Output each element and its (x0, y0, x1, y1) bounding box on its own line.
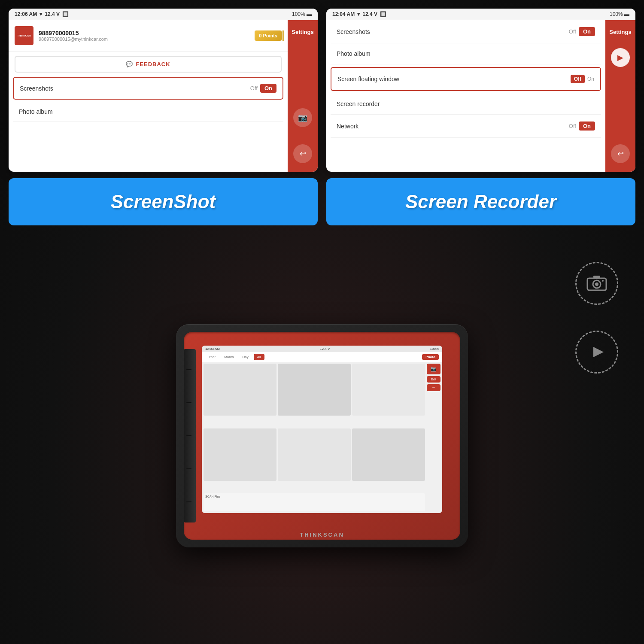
svg-point-4 (602, 280, 604, 282)
floating-on-label[interactable]: On (587, 76, 594, 82)
screenshots-toggle[interactable]: Off On (250, 84, 276, 93)
svg-rect-3 (593, 276, 600, 278)
network-toggle[interactable]: Off On (569, 122, 595, 131)
right-photo-label: Photo album (337, 50, 371, 57)
right-status-time: 12:04 AM ▾ 12.4 V 🔲 (332, 11, 386, 17)
thumb-6 (352, 428, 425, 480)
play-icon: ▶ (617, 53, 623, 62)
left-settings-sidebar: Settings 📷 ↩ (288, 20, 318, 172)
tab-all[interactable]: All (254, 354, 264, 360)
right-back-icon: ↩ (617, 149, 624, 158)
right-main: Screenshots Off On Photo album Screen fl… (326, 20, 605, 172)
screen-wifi: 12.4 V (320, 347, 330, 351)
screen-recorder-label: Screen Recorder (405, 191, 556, 213)
screen-camera-btn[interactable]: 📷 (427, 364, 440, 374)
left-time: 12:06 AM (15, 11, 37, 17)
user-id: 988970000015 (39, 30, 249, 36)
device-section: 12:03 AM 12.4 V 100% Year Month Day All … (0, 228, 644, 644)
camera-svg (586, 275, 607, 292)
feedback-icon: 💬 (126, 61, 133, 67)
user-email: 988970000015@mythinkcar.com (39, 36, 249, 42)
svg-marker-5 (593, 347, 604, 357)
thumb-4 (204, 428, 276, 480)
floating-window-toggle[interactable]: Off On (571, 75, 594, 83)
network-label: Network (337, 123, 358, 130)
svg-point-2 (595, 283, 598, 286)
thumb-3 (352, 364, 425, 416)
thumb-5 (278, 428, 351, 480)
right-signal-icon: 12.4 V (362, 11, 377, 17)
feedback-label: FEEDBACK (136, 61, 170, 67)
right-battery-icon: 🔲 (380, 11, 386, 17)
tab-day[interactable]: Day (239, 354, 252, 360)
device-brand: THINKSCAN (300, 532, 344, 538)
screen-side-buttons: 📷 Edit ↩ (427, 364, 440, 511)
left-status-bar: 12:06 AM ▾ 12.4 V 🔲 100% ▬ (9, 9, 318, 20)
right-wifi-icon: ▾ (357, 11, 360, 17)
profile-section: THINKCAR 988970000015 988970000015@mythi… (9, 20, 288, 52)
network-on-label[interactable]: On (579, 122, 595, 131)
right-settings-sidebar: Settings ▶ ↩ (605, 20, 635, 172)
floating-window-label: Screen floating window (337, 76, 399, 82)
screen-back-btn[interactable]: ↩ (427, 384, 440, 391)
play-feature-icon (575, 331, 618, 374)
photo-album-label: Photo album (19, 108, 53, 115)
camera-sidebar-button[interactable]: 📷 (293, 108, 312, 127)
left-battery: 100% ▬ (292, 11, 312, 17)
profile-info: 988970000015 988970000015@mythinkcar.com (39, 30, 249, 42)
screenshots-row-highlighted[interactable]: Screenshots Off On (13, 77, 283, 100)
screen-inner: 12:03 AM 12.4 V 100% Year Month Day All … (202, 346, 442, 513)
left-phone-panel: 12:06 AM ▾ 12.4 V 🔲 100% ▬ THINKCAR 9889… (9, 9, 318, 172)
right-feature-icons (575, 262, 618, 374)
screen-edit-btn[interactable]: Edit (427, 376, 440, 383)
right-status-bar: 12:04 AM ▾ 12.4 V 🔲 100% ▬ (326, 9, 635, 20)
right-photo-album-row[interactable]: Photo album (331, 43, 601, 64)
screenshot-label-box: ScreenShot (9, 178, 318, 225)
screen-toolbar: Year Month Day All Photo (202, 352, 442, 362)
thinkcar-logo: THINKCAR (15, 26, 33, 45)
feedback-button[interactable]: 💬 FEEDBACK (15, 56, 282, 73)
thumb-2 (278, 364, 351, 416)
screen-recorder-row[interactable]: Screen recorder (331, 94, 601, 115)
screen-recorder-label: Screen recorder (337, 100, 380, 107)
grip-lines (186, 353, 191, 518)
signal-icon: 12.4 V (45, 11, 60, 17)
left-main: THINKCAR 988970000015 988970000015@mythi… (9, 20, 288, 172)
network-off-label: Off (569, 123, 576, 129)
play-svg (588, 343, 605, 361)
right-battery-fill: ▬ (624, 11, 629, 17)
screen-app-bar: SCAN Plus (204, 493, 425, 511)
photo-tab[interactable]: Photo (422, 354, 439, 360)
photo-album-row[interactable]: Photo album (13, 102, 283, 122)
right-battery: 100% ▬ (610, 11, 629, 17)
right-toggle-on[interactable]: On (579, 27, 595, 36)
back-icon: ↩ (300, 149, 306, 158)
screen-time: 12:03 AM (205, 347, 220, 351)
tab-year[interactable]: Year (205, 354, 219, 360)
tab-month[interactable]: Month (221, 354, 237, 360)
right-sidebar-title: Settings (609, 24, 631, 39)
points-badge: 0 Points (255, 30, 282, 41)
right-screenshots-toggle[interactable]: Off On (569, 27, 595, 36)
screen-thumbnails: SCAN Plus (204, 364, 425, 511)
wifi-icon: ▾ (39, 11, 42, 17)
right-content: Screenshots Off On Photo album Screen fl… (326, 20, 635, 172)
screen-battery: 100% (430, 347, 439, 351)
battery-icon: 🔲 (62, 11, 69, 17)
device-wrapper: 12:03 AM 12.4 V 100% Year Month Day All … (176, 324, 468, 547)
toggle-off-label: Off (250, 85, 258, 91)
play-button[interactable]: ▶ (611, 48, 630, 67)
screenshot-label: ScreenShot (111, 191, 216, 213)
labels-section: ScreenShot Screen Recorder (9, 178, 635, 225)
back-sidebar-button[interactable]: ↩ (293, 144, 312, 163)
right-time: 12:04 AM (332, 11, 355, 17)
camera-feature-icon (575, 262, 618, 305)
right-screenshots-label: Screenshots (337, 28, 370, 35)
screen-floating-window-row[interactable]: Screen floating window Off On (331, 67, 601, 91)
right-screenshots-row[interactable]: Screenshots Off On (331, 20, 601, 43)
right-back-button[interactable]: ↩ (611, 144, 630, 163)
network-row[interactable]: Network Off On (331, 115, 601, 138)
device-body: 12:03 AM 12.4 V 100% Year Month Day All … (176, 324, 468, 547)
toggle-on-label[interactable]: On (260, 84, 276, 93)
right-toggle-off: Off (569, 28, 576, 35)
